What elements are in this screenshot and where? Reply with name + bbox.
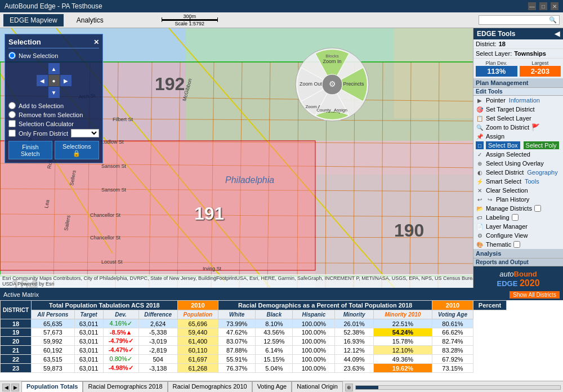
table-cell: 66.62% <box>432 328 473 337</box>
scrollbar[interactable] <box>355 385 561 390</box>
remove-selection-option[interactable]: Remove from Selection <box>8 111 99 118</box>
manage-districts-tool[interactable]: 📂 Manage Districts <box>473 204 563 213</box>
table-cell: 20 <box>1 337 32 346</box>
smart-select-tool[interactable]: ⚡ Smart Select Tools <box>473 177 563 186</box>
information-link[interactable]: Information <box>509 97 540 104</box>
new-selection-option[interactable]: New Selection <box>8 52 99 59</box>
edge-tools-collapse[interactable]: ◀ <box>555 30 560 38</box>
tab-racial-2018[interactable]: Racial Demographics 2018 <box>83 381 167 393</box>
selections-button[interactable]: Selections 🔒 <box>55 141 99 159</box>
data-table-wrapper[interactable]: DISTRICT Total Population Tabulation ACS… <box>0 300 563 381</box>
tab-analytics[interactable]: Analytics <box>70 14 110 26</box>
search-input[interactable] <box>481 17 549 24</box>
arrow-up[interactable]: ▲ <box>48 63 60 74</box>
scrollbar-thumb[interactable] <box>356 386 378 389</box>
select-box-icon: □ <box>476 141 484 149</box>
geography-link[interactable]: Geography <box>527 169 557 176</box>
selection-close[interactable]: ✕ <box>93 38 99 46</box>
minimize-button[interactable]: — <box>528 2 536 10</box>
clear-selection-tool[interactable]: ✕ Clear Selection <box>473 186 563 195</box>
arrow-center[interactable]: ● <box>48 75 60 86</box>
table-cell: 59,992 <box>32 337 74 346</box>
add-tab-button[interactable]: ⊕ <box>345 384 353 391</box>
plan-dev-row: Plan Dev. 113% Largest 2-203 <box>473 59 563 78</box>
clear-label: Clear Selection <box>486 187 528 194</box>
tab-mapview[interactable]: EDGE Mapview <box>3 14 64 26</box>
plan-history-tool[interactable]: ↩ ↪ Plan History <box>473 195 563 204</box>
selection-title: Selection ✕ <box>8 38 99 48</box>
reports-section: Reports and Output <box>473 259 563 266</box>
table-cell: -4.47%✓ <box>103 346 138 355</box>
tab-voting-age[interactable]: Voting Age <box>252 381 292 393</box>
selection-calculator-option[interactable]: Selection Calculator <box>8 120 99 127</box>
only-from-district-option[interactable]: Only From District <box>8 129 99 137</box>
panel-buttons: Finish Sketch Selections 🔒 <box>8 141 99 159</box>
table-cell: 61,697 <box>177 355 218 364</box>
assign-selected-tool[interactable]: ✓ Assign Selected <box>473 150 563 159</box>
configure-view-tool[interactable]: ⚙ Configure View <box>473 231 563 240</box>
svg-text:192: 192 <box>155 74 185 94</box>
tools-link[interactable]: Tools <box>525 178 539 185</box>
zoom-icon: 🔍 <box>476 123 484 131</box>
set-select-layer-tool[interactable]: 📋 Set Select Layer <box>473 114 563 123</box>
arrow-down[interactable]: ▼ <box>48 87 60 98</box>
assign-selected-label: Assign Selected <box>486 151 530 158</box>
tab-racial-2010[interactable]: Racial Demographics 2010 <box>168 381 252 393</box>
select-layer-label: Select Layer: <box>476 50 512 57</box>
maximize-button[interactable]: □ <box>539 2 547 10</box>
manage-districts-check[interactable] <box>534 205 541 212</box>
year-2010-header: 2010 <box>177 301 218 310</box>
select-box-tool[interactable]: □ Select Box Select Poly <box>473 141 563 150</box>
zoom-to-district-tool[interactable]: 🔍 Zoom to District 🚩 <box>473 123 563 132</box>
table-cell: 5.04% <box>256 364 293 373</box>
table-cell: 63,011 <box>74 337 103 346</box>
plan-dev-container: Plan Dev. 113% <box>476 60 517 77</box>
select-box-label: Select Box <box>486 141 520 149</box>
assign-tool[interactable]: 📌 Assign <box>473 132 563 141</box>
difference-header: Difference <box>138 310 177 319</box>
arrow-right[interactable]: ▶ <box>60 75 72 86</box>
tab-population-totals[interactable]: Population Totals <box>21 381 83 393</box>
configure-icon: ⚙ <box>476 231 484 239</box>
finish-sketch-button[interactable]: Finish Sketch <box>8 141 52 159</box>
table-cell: 54.24% <box>373 328 432 337</box>
set-target-district-tool[interactable]: 🎯 Set Target District <box>473 105 563 114</box>
labeling-tool[interactable]: 🏷 Labeling <box>473 213 563 222</box>
table-cell: 63,011 <box>74 364 103 373</box>
table-row: 1957,67363,011-8.5%▲-5,33859,44047.62%43… <box>1 328 507 337</box>
show-all-districts-button[interactable]: Show All Districts <box>510 291 560 299</box>
table-cell: 76.37% <box>218 364 256 373</box>
thematic-tool[interactable]: 🎨 Thematic <box>473 240 563 249</box>
arrow-left[interactable]: ◀ <box>37 75 48 86</box>
tab-national-origin[interactable]: National Origin <box>292 381 343 393</box>
add-selection-option[interactable]: Add to Selection <box>8 102 99 109</box>
select-district-tool[interactable]: ◐ Select District Geography <box>473 168 563 177</box>
table-cell: 43.56% <box>256 328 293 337</box>
zoom-wheel[interactable]: Zoom In Blocks Precincts Townships Zoom … <box>293 45 372 124</box>
svg-rect-5 <box>394 28 483 118</box>
table-cell: 12.59% <box>256 337 293 346</box>
svg-text:Sansom St: Sansom St <box>101 163 127 169</box>
voting-age-header: Voting Age <box>432 310 473 319</box>
labeling-icon: 🏷 <box>476 213 484 221</box>
select-using-overlay-tool[interactable]: ⊕ Select Using Overlay <box>473 159 563 168</box>
district-dropdown[interactable] <box>71 129 99 137</box>
toolbar: EDGE Mapview Analytics 300m Scale 1:5792… <box>0 12 563 28</box>
table-cell: 0.80%✓ <box>103 355 138 364</box>
table-cell: 23.63% <box>335 364 373 373</box>
tab-prev-button[interactable]: ◀ <box>2 384 10 391</box>
pointer-icon: ▶ <box>476 96 484 104</box>
search-icon[interactable]: 🔍 <box>549 16 557 24</box>
tab-next-button[interactable]: ▶ <box>11 384 19 391</box>
table-cell: 73.15% <box>432 364 473 373</box>
tab-nav: ◀ ▶ <box>0 384 21 391</box>
minority-header: Minority <box>335 310 373 319</box>
layer-manager-tool[interactable]: 📄 Layer Manager <box>473 222 563 231</box>
close-button[interactable]: ✕ <box>551 2 558 10</box>
search-box[interactable]: 🔍 <box>479 15 560 25</box>
plan-history-label: Plan History <box>496 196 529 203</box>
labeling-check[interactable] <box>512 214 519 221</box>
table-cell: 12.12% <box>335 346 373 355</box>
pointer-tool[interactable]: ▶ Pointer Information <box>473 96 563 105</box>
thematic-check[interactable] <box>513 241 520 248</box>
